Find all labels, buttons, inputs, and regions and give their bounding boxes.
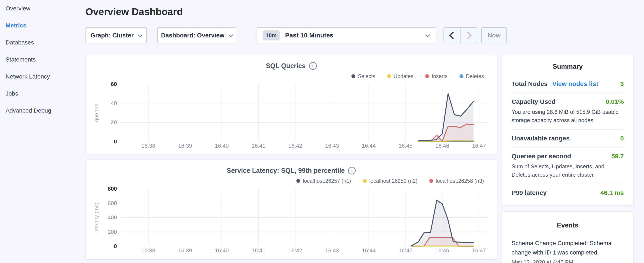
- summary-row-value: 3: [620, 80, 624, 87]
- legend-dot: [352, 74, 355, 78]
- summary-divider: [512, 93, 624, 93]
- svg-text:0: 0: [114, 138, 117, 145]
- svg-text:queries: queries: [94, 104, 99, 122]
- chevron-down-icon: [228, 32, 233, 37]
- time-range-label: Past 10 Minutes: [285, 32, 426, 39]
- svg-text:16:42: 16:42: [288, 247, 302, 254]
- legend-dot: [296, 179, 300, 183]
- events-list: Schema Change Completed: Schema change w…: [512, 238, 624, 263]
- legend-label: localhost:26259 (n2): [369, 178, 418, 184]
- summary-row-label: P99 latency: [512, 189, 546, 196]
- svg-text:16:38: 16:38: [142, 247, 155, 254]
- svg-text:20: 20: [111, 119, 117, 126]
- now-button-label: Now: [488, 32, 500, 39]
- sidebar-item-jobs[interactable]: Jobs: [0, 85, 86, 102]
- info-icon[interactable]: i: [348, 167, 356, 174]
- summary-rows: Total NodesView nodes list3Capacity Used…: [512, 80, 624, 197]
- sidebar-item-metrics[interactable]: Metrics: [0, 17, 86, 34]
- toolbar: Graph: Cluster Dashboard: Overview 10m P…: [86, 27, 507, 43]
- event-text: Schema Change Completed: Schema change w…: [512, 238, 624, 257]
- svg-text:60: 60: [111, 81, 117, 87]
- charts-column: SQL Queries i SelectsUpdatesInsertsDelet…: [86, 55, 497, 263]
- summary-row-value: 0: [620, 135, 624, 142]
- legend-dot: [387, 74, 391, 78]
- legend-item: localhost:26258 (n3): [429, 178, 484, 184]
- summary-row-subtext: Sum of Selects, Updates, Inserts, and De…: [512, 162, 624, 179]
- sql-queries-chart-card: SQL Queries i SelectsUpdatesInsertsDelet…: [86, 55, 497, 155]
- svg-text:16:43: 16:43: [325, 143, 339, 149]
- summary-row: Queries per second59.7: [512, 152, 624, 160]
- chevron-down-icon: [138, 32, 142, 37]
- sidebar-item-network-latency[interactable]: Network Latency: [0, 68, 86, 85]
- service-latency-plot[interactable]: 16:3816:3916:4016:4116:4216:4316:4416:45…: [91, 186, 492, 256]
- svg-text:16:47: 16:47: [472, 247, 486, 254]
- right-column: Summary Total NodesView nodes list3Capac…: [502, 55, 634, 263]
- time-next-button[interactable]: [460, 28, 477, 43]
- summary-row-value: 46.1 ms: [600, 189, 624, 196]
- graph-dropdown-label: Graph: Cluster: [90, 32, 134, 39]
- view-nodes-list-link[interactable]: View nodes list: [552, 80, 598, 87]
- sidebar-item-advanced-debug[interactable]: Advanced Debug: [0, 102, 86, 119]
- summary-row: Capacity Used0.01%: [512, 98, 624, 106]
- summary-row: Total NodesView nodes list3: [512, 80, 624, 88]
- svg-text:200: 200: [108, 229, 117, 235]
- dashboard-dropdown-label: Dashboard: Overview: [161, 32, 224, 39]
- legend-label: Inserts: [432, 73, 448, 79]
- overview-dashboard-page: OverviewMetricsDatabasesStatementsNetwor…: [0, 0, 644, 263]
- summary-row-label: Unavailable ranges: [512, 135, 570, 142]
- summary-divider: [512, 184, 624, 184]
- sidebar-item-overview[interactable]: Overview: [0, 0, 86, 17]
- dashboard-dropdown[interactable]: Dashboard: Overview: [157, 27, 236, 43]
- time-range-dropdown[interactable]: 10m Past 10 Minutes: [256, 27, 436, 43]
- page-title: Overview Dashboard: [86, 6, 183, 18]
- info-icon[interactable]: i: [309, 62, 317, 70]
- service-latency-chart-card: Service Latency: SQL, 99th percentile i …: [86, 160, 497, 259]
- summary-divider: [512, 129, 624, 130]
- legend-item: Deletes: [460, 73, 484, 79]
- svg-text:latency (ms): latency (ms): [94, 202, 99, 233]
- sql-queries-plot[interactable]: 16:3816:3916:4016:4116:4216:4316:4416:45…: [91, 81, 492, 151]
- legend-item: localhost:26257 (n1): [296, 178, 351, 184]
- svg-text:0: 0: [114, 243, 117, 249]
- svg-text:16:40: 16:40: [215, 247, 229, 254]
- chevron-down-icon: [426, 32, 430, 37]
- svg-text:16:45: 16:45: [399, 247, 412, 254]
- svg-text:40: 40: [111, 100, 117, 106]
- events-title: Events: [512, 221, 624, 229]
- svg-text:16:39: 16:39: [178, 247, 192, 254]
- legend-label: Updates: [394, 73, 413, 79]
- chart-legend: SelectsUpdatesInsertsDeletes: [91, 72, 492, 80]
- svg-text:16:39: 16:39: [178, 143, 192, 149]
- legend-item: localhost:26259 (n2): [363, 178, 418, 184]
- summary-row-label: Capacity Used: [512, 98, 556, 105]
- summary-panel: Summary Total NodesView nodes list3Capac…: [502, 55, 634, 206]
- svg-text:16:45: 16:45: [399, 143, 412, 149]
- legend-label: Selects: [358, 73, 375, 79]
- svg-text:16:44: 16:44: [362, 143, 376, 149]
- legend-dot: [363, 179, 367, 183]
- events-panel: Events Schema Change Completed: Schema c…: [502, 211, 634, 263]
- chart-header: SQL Queries i: [91, 61, 492, 71]
- time-range-badge: 10m: [262, 31, 280, 41]
- sidebar-item-databases[interactable]: Databases: [0, 34, 86, 51]
- legend-dot: [429, 179, 433, 183]
- time-prev-button[interactable]: [444, 28, 460, 43]
- event-timestamp: May 13, 2020 at 4:45 PM: [512, 259, 624, 263]
- legend-dot: [460, 74, 463, 78]
- summary-row-value: 59.7: [612, 153, 624, 160]
- summary-row: Unavailable ranges0: [512, 134, 624, 142]
- svg-text:800: 800: [108, 186, 117, 192]
- graph-dropdown[interactable]: Graph: Cluster: [86, 27, 147, 43]
- chart-title: SQL Queries: [266, 62, 306, 70]
- legend-label: localhost:26257 (n1): [303, 178, 351, 184]
- svg-text:16:46: 16:46: [435, 247, 449, 254]
- now-button[interactable]: Now: [481, 27, 507, 43]
- svg-text:16:41: 16:41: [252, 247, 265, 254]
- svg-text:16:43: 16:43: [325, 247, 339, 254]
- sidebar: OverviewMetricsDatabasesStatementsNetwor…: [0, 0, 86, 119]
- svg-text:16:47: 16:47: [472, 143, 486, 149]
- chart-header: Service Latency: SQL, 99th percentile i: [91, 166, 492, 175]
- svg-text:16:44: 16:44: [362, 247, 376, 254]
- legend-label: Deletes: [466, 73, 484, 79]
- sidebar-item-statements[interactable]: Statements: [0, 51, 86, 68]
